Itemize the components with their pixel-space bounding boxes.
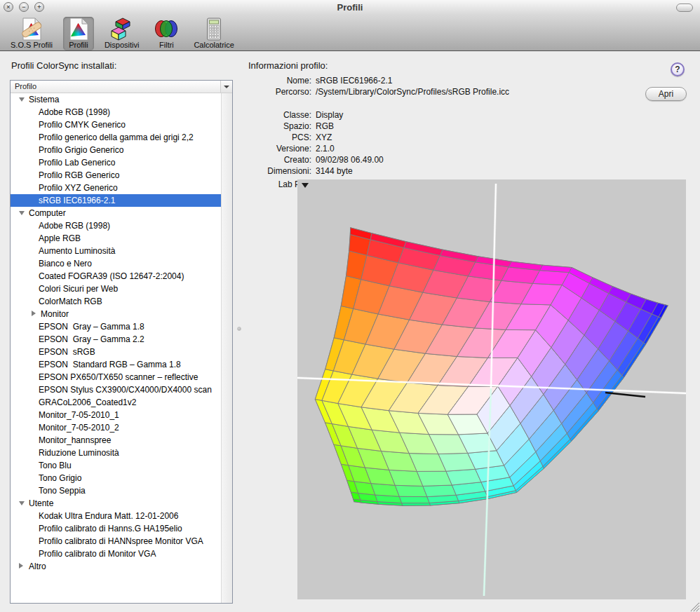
info-field-value: RGB [316, 121, 334, 132]
toolbar-item-filtri[interactable]: Filtri [149, 17, 183, 50]
info-field-label: Percorso: [248, 86, 311, 97]
tree-row-label: GRACoL2006_Coated1v2 [11, 396, 221, 409]
tree-row-label: Tono Blu [11, 459, 221, 472]
info-field-row: Nome:sRGB IEC61966-2.1 [248, 75, 509, 86]
tree-row-label: Utente [11, 497, 221, 510]
disclosure-open-icon[interactable] [19, 97, 25, 102]
disclosure-closed-icon[interactable] [32, 311, 36, 316]
info-field-label: Versione: [248, 143, 311, 154]
black-axis-segment [605, 393, 645, 397]
list-scrollbar[interactable] [221, 93, 232, 603]
tree-row[interactable]: Profilo generico della gamma dei grigi 2… [11, 131, 221, 144]
tree-row[interactable]: Profilo calibrato di Hanns.G HA195elio [11, 522, 221, 535]
tree-row-label: ColorMatch RGB [11, 295, 221, 308]
profile-column-header[interactable]: Profilo [11, 81, 232, 93]
devices-icon [111, 18, 133, 41]
titlebar[interactable]: × − + Profili [0, 0, 700, 16]
tree-row[interactable]: EPSON Standard RGB – Gamma 1.8 [11, 358, 221, 371]
info-field-row: PCS:XYZ [248, 132, 509, 143]
tree-row[interactable]: ColorMatch RGB [11, 295, 221, 308]
tree-row[interactable]: EPSON sRGB [11, 346, 221, 358]
toolbar-item-label: Filtri [159, 41, 174, 49]
tree-group-row[interactable]: Utente [11, 497, 221, 510]
toolbar-item-s-o-s-profili[interactable]: S.O.S Profili [6, 17, 58, 50]
tree-row[interactable]: Profilo Lab Generico [11, 156, 221, 169]
tree-row-label: Monitor_7-05-2010_1 [11, 409, 221, 421]
tree-row[interactable]: Monitor_hannspree [11, 434, 221, 447]
tree-row-label: Tono Grigio [11, 472, 221, 484]
plot-type-dropdown-icon[interactable] [302, 183, 309, 188]
disclosure-closed-icon[interactable] [19, 563, 23, 569]
toolbar-item-profili[interactable]: Profili [63, 17, 94, 50]
info-field-label: Nome: [248, 75, 311, 86]
tree-row[interactable]: Coated FOGRA39 (ISO 12647-2:2004) [11, 270, 221, 283]
toolbar-item-label: Profili [69, 41, 88, 49]
tree-row[interactable]: sRGB IEC61966-2.1 [11, 194, 221, 207]
tree-row[interactable]: Tono Blu [11, 459, 221, 472]
tree-row[interactable]: Monitor_7-05-2010_1 [11, 409, 221, 421]
sidebar-heading: Profili ColorSync installati: [11, 60, 116, 71]
tree-row[interactable]: GRACoL2006_Coated1v2 [11, 396, 221, 409]
tree-row[interactable]: Adobe RGB (1998) [11, 219, 221, 232]
tree-row-label: Altro [11, 560, 221, 573]
tree-row[interactable]: Tono Seppia [11, 484, 221, 497]
tree-row-label: Coated FOGRA39 (ISO 12647-2:2004) [11, 270, 221, 283]
toolbar-item-label: S.O.S Profili [11, 41, 53, 49]
disclosure-open-icon[interactable] [19, 211, 25, 215]
info-field-row: Dimensioni:3144 byte [248, 165, 509, 177]
tree-row-label: Adobe RGB (1998) [11, 219, 221, 232]
tree-group-row[interactable]: Altro [11, 560, 221, 573]
tree-row[interactable]: Tono Grigio [11, 472, 221, 484]
tree-row[interactable]: Monitor_7-05-2010_2 [11, 421, 221, 434]
tree-row-label: Profilo Lab Generico [11, 156, 221, 169]
toolbar-item-calcolatrice[interactable]: Calcolatrice [189, 17, 238, 50]
tree-row[interactable]: Profilo XYZ Generico [11, 182, 221, 194]
toolbar-toggle-button[interactable] [676, 4, 693, 12]
info-field-value: sRGB IEC61966-2.1 [316, 75, 392, 86]
tree-row[interactable]: Profilo calibrato di Monitor VGA [11, 548, 221, 560]
tree-row-label: Monitor_hannspree [11, 434, 221, 447]
tree-row-label: Monitor [11, 308, 221, 320]
tree-row[interactable]: EPSON Gray – Gamma 1.8 [11, 320, 221, 333]
profile-info-fields: Nome:sRGB IEC61966-2.1Percorso:/System/L… [248, 75, 509, 177]
info-field-row: Versione:2.1.0 [248, 143, 509, 154]
tree-row[interactable]: Profilo Grigio Generico [11, 144, 221, 156]
tree-row-label: Adobe RGB (1998) [11, 106, 221, 118]
resize-grip[interactable] [687, 599, 700, 612]
tree-row-label: EPSON sRGB [11, 346, 221, 358]
column-header-dropdown-button[interactable] [220, 81, 232, 93]
tree-row-label: EPSON Standard RGB – Gamma 1.8 [11, 358, 221, 371]
tree-row[interactable]: Bianco e Nero [11, 257, 221, 270]
tree-row[interactable]: Apple RGB [11, 232, 221, 245]
tree-row[interactable]: Aumento Luminosità [11, 245, 221, 257]
disclosure-open-icon[interactable] [19, 501, 25, 505]
tree-row[interactable]: Colori Sicuri per Web [11, 283, 221, 295]
tree-group-row[interactable]: Sistema [11, 93, 221, 106]
window-title: Profili [0, 2, 700, 13]
help-button[interactable]: ? [671, 62, 685, 76]
tree-row[interactable]: Profilo calibrato di HANNspree Monitor V… [11, 535, 221, 548]
tree-group-row[interactable]: Computer [11, 207, 221, 219]
lab-plot-area[interactable] [297, 179, 686, 599]
tree-row-label: Profilo calibrato di HANNspree Monitor V… [11, 535, 221, 548]
tree-row[interactable]: EPSON PX650/TX650 scanner – reflective [11, 371, 221, 383]
splitter-handle[interactable] [237, 327, 241, 331]
tree-row-label: Tono Seppia [11, 484, 221, 497]
tree-row[interactable]: Adobe RGB (1998) [11, 106, 221, 118]
tree-row-label: Monitor_7-05-2010_2 [11, 421, 221, 434]
tree-row[interactable]: Profilo CMYK Generico [11, 118, 221, 131]
question-mark-icon: ? [675, 64, 680, 74]
lab-gamut-plot[interactable] [297, 179, 686, 599]
calculator-icon [205, 18, 223, 41]
tree-group-row[interactable]: Monitor [11, 308, 221, 320]
resize-grip-icon [687, 599, 700, 612]
toolbar-item-dispositivi[interactable]: Dispositivi [100, 17, 144, 50]
tree-row[interactable]: Profilo RGB Generico [11, 169, 221, 182]
tree-row[interactable]: Kodak Ultra Endura Matt. 12-01-2006 [11, 510, 221, 522]
tree-row[interactable]: EPSON Gray – Gamma 2.2 [11, 333, 221, 346]
tree-row[interactable]: Riduzione Luminosità [11, 447, 221, 459]
info-field-value: 09/02/98 06.49.00 [316, 154, 384, 165]
tree-row[interactable]: EPSON Stylus CX3900/CX4000/DX4000 scan [11, 383, 221, 396]
tree-row-label: EPSON Stylus CX3900/CX4000/DX4000 scan [11, 383, 221, 396]
open-button[interactable]: Apri [645, 87, 687, 101]
